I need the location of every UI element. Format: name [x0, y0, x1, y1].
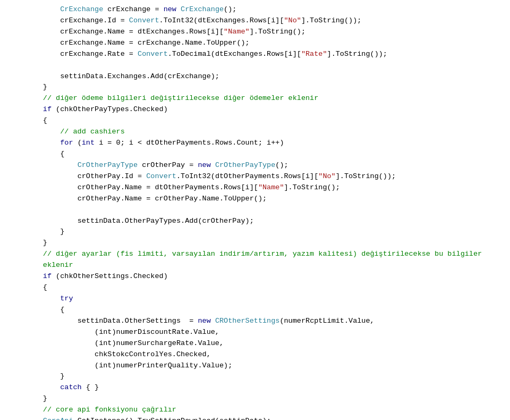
- code-line: (int)numerSurchargeRate.Value,: [8, 338, 502, 349]
- code-line: crExchange.Name = dtExchanges.Rows[i]["N…: [8, 27, 502, 38]
- code-line: // diğer ödeme bilgileri değiştirileceks…: [8, 93, 502, 104]
- code-line: settinData.OtherSettings = new CROtherSe…: [8, 316, 502, 327]
- code-line: crOtherPay.Name = crOtherPay.Name.ToUppe…: [8, 194, 502, 205]
- code-line: crExchange.Name = crExchange.Name.ToUppe…: [8, 38, 502, 49]
- code-line: // add cashiers: [8, 127, 502, 138]
- code-line: }: [8, 82, 502, 93]
- code-line: {: [8, 282, 502, 293]
- code-line: for (int i = 0; i < dtOtherPayments.Rows…: [8, 138, 502, 149]
- code-line: crExchange.Id = Convert.ToInt32(dtExchan…: [8, 15, 502, 27]
- code-line: catch { }: [8, 382, 502, 393]
- code-line: (int)numerPrinterQuality.Value);: [8, 360, 502, 372]
- code-line: chkStokcControlYes.Checked,: [8, 349, 502, 360]
- code-line: }: [8, 371, 502, 382]
- code-line: (int)numerDiscountRate.Value,: [8, 327, 502, 338]
- code-container: CrExchange crExchange = new CrExchange()…: [0, 0, 510, 420]
- code-line: crExchange.Rate = Convert.ToDecimal(dtEx…: [8, 49, 502, 60]
- code-line: [8, 60, 502, 71]
- code-line: CrOtherPayType crOtherPay = new CrOtherP…: [8, 160, 502, 171]
- code-line: crOtherPay.Name = dtOtherPayments.Rows[i…: [8, 182, 502, 194]
- code-line: {: [8, 149, 502, 160]
- code-line: }: [8, 238, 502, 249]
- code-line: {: [8, 305, 502, 316]
- code-line: if (chkOtherPayTypes.Checked): [8, 104, 502, 115]
- code-line: // diğer ayarlar (fis limiti, varsayılan…: [8, 249, 502, 260]
- code-line: if (chkOtherSettings.Checked): [8, 271, 502, 282]
- code-line: CoreApi.GetInstance().TrySettingDownload…: [8, 416, 502, 420]
- code-line: settinData.Exchanges.Add(crExchange);: [8, 71, 502, 82]
- code-line: try: [8, 293, 502, 305]
- code-line: eklenir: [8, 260, 502, 271]
- code-line: crOtherPay.Id = Convert.ToInt32(dtOtherP…: [8, 171, 502, 182]
- code-block: CrExchange crExchange = new CrExchange()…: [0, 4, 510, 420]
- code-line: [8, 205, 502, 216]
- code-line: {: [8, 115, 502, 127]
- code-line: }: [8, 393, 502, 405]
- code-line: CrExchange crExchange = new CrExchange()…: [8, 4, 502, 15]
- code-line: }: [8, 226, 502, 238]
- code-line: // core api fonksiyonu çağrılır: [8, 405, 502, 416]
- code-line: settinData.OtherPayTypes.Add(crOtherPay)…: [8, 216, 502, 227]
